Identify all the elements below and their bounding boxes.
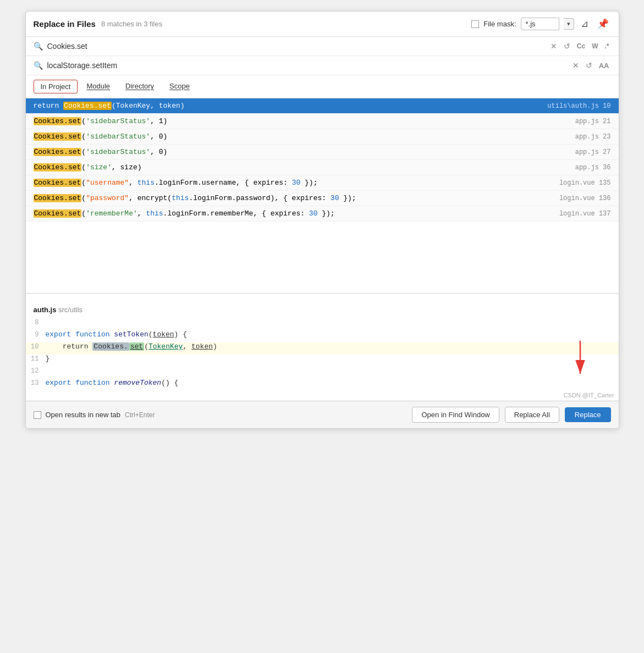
- preview-file-name: auth.js: [34, 306, 57, 314]
- line-number: 11: [26, 355, 46, 363]
- search-icon-1: 🔍: [34, 42, 43, 51]
- file-reference: login.vue 137: [559, 210, 611, 218]
- result-code: Cookies.set('sidebarStatus', 1): [34, 117, 564, 125]
- match-highlight: Cookies.set: [34, 117, 82, 125]
- table-row[interactable]: Cookies.set('sidebarStatus', 1) app.js 2…: [26, 114, 619, 129]
- shortcut-hint: Ctrl+Enter: [125, 411, 155, 419]
- line-content: export function setToken(token) {: [46, 330, 619, 339]
- clear-find-button[interactable]: ✕: [549, 41, 559, 52]
- table-row[interactable]: Cookies.set('rememberMe', this.loginForm…: [26, 206, 619, 222]
- line-number: 10: [26, 342, 46, 351]
- file-reference: login.vue 136: [559, 195, 611, 202]
- code-lines: 8 9 export function setToken(token) { 10…: [26, 318, 619, 391]
- match-count: 8 matches in 3 files: [101, 20, 466, 28]
- file-reference: app.js 36: [575, 164, 611, 171]
- file-reference: utils\auth.js 10: [547, 102, 610, 110]
- search-row-find: 🔍 ✕ ↺ Cc W .*: [26, 37, 619, 56]
- separator: [26, 293, 619, 294]
- match-highlight: Cookies.set: [34, 209, 82, 218]
- panel-title: Replace in Files: [34, 19, 96, 29]
- tab-directory[interactable]: Directory: [119, 80, 161, 93]
- replace-actions: ✕ ↺ AA: [571, 60, 611, 71]
- match-highlight: Cookies.set: [34, 148, 82, 156]
- match-highlight: Cookies.set: [34, 194, 82, 202]
- code-line: 13 export function removeToken() {: [26, 379, 619, 391]
- open-new-tab-checkbox[interactable]: [34, 411, 41, 419]
- search-icon-2: 🔍: [34, 61, 43, 70]
- line-number: 13: [26, 379, 46, 387]
- line-content: [46, 318, 619, 326]
- footer-left: Open results in new tab Ctrl+Enter: [34, 411, 407, 419]
- footer: Open results in new tab Ctrl+Enter Open …: [26, 401, 619, 428]
- open-new-tab-label: Open results in new tab: [46, 411, 121, 419]
- match-highlight: Cookies.set: [34, 163, 82, 171]
- table-row[interactable]: Cookies.set("password", encrypt(this.log…: [26, 191, 619, 206]
- table-row[interactable]: Cookies.set('sidebarStatus', 0) app.js 2…: [26, 129, 619, 145]
- tab-in-project[interactable]: In Project: [34, 80, 78, 93]
- result-code: Cookies.set("username", this.loginForm.u…: [34, 179, 548, 187]
- filter-icon[interactable]: ⊿: [579, 17, 591, 31]
- code-line: 8: [26, 318, 619, 330]
- table-row[interactable]: Cookies.set("username", this.loginForm.u…: [26, 175, 619, 191]
- match-case-button-2[interactable]: AA: [597, 60, 611, 71]
- table-row[interactable]: Cookies.set('sidebarStatus', 0) app.js 2…: [26, 145, 619, 160]
- match-case-button[interactable]: Cc: [575, 41, 587, 51]
- find-actions: ✕ ↺ Cc W .*: [549, 41, 611, 52]
- replace-history-button[interactable]: ↺: [584, 60, 594, 71]
- tab-module[interactable]: Module: [80, 80, 117, 93]
- result-code: Cookies.set('sidebarStatus', 0): [34, 148, 564, 156]
- pin-icon[interactable]: 📌: [595, 17, 611, 31]
- file-mask-input[interactable]: [521, 18, 559, 30]
- file-reference: app.js 21: [575, 118, 611, 125]
- match-highlight: Cookies.set: [34, 179, 82, 187]
- watermark: CSDN @IT_Carter: [26, 391, 619, 401]
- line-number: 8: [26, 318, 46, 326]
- preview-file-path: src/utils: [58, 306, 82, 314]
- find-input[interactable]: [47, 42, 544, 51]
- line-content: export function removeToken() {: [46, 379, 619, 387]
- line-content: return Cookies.set(TokenKey, token): [46, 342, 619, 351]
- result-code: Cookies.set("password", encrypt(this.log…: [34, 194, 548, 202]
- replace-in-files-panel: Replace in Files 8 matches in 3 files Fi…: [25, 11, 619, 429]
- file-reference: app.js 23: [575, 133, 611, 141]
- line-number: 9: [26, 330, 46, 339]
- result-code: Cookies.set('size', size): [34, 163, 564, 171]
- open-in-find-window-button[interactable]: Open in Find Window: [412, 407, 499, 423]
- table-row[interactable]: return Cookies.set(TokenKey, token) util…: [26, 98, 619, 114]
- result-code: Cookies.set('rememberMe', this.loginForm…: [34, 209, 548, 218]
- tab-scope[interactable]: Scope: [163, 80, 196, 93]
- match-highlight: Cookies.set: [34, 132, 82, 141]
- preview-header: auth.js src/utils: [26, 303, 619, 318]
- search-row-replace: 🔍 ✕ ↺ AA: [26, 56, 619, 75]
- regex-button[interactable]: .*: [603, 41, 610, 51]
- replace-input[interactable]: [47, 61, 566, 70]
- result-code: return Cookies.set(TokenKey, token): [34, 102, 537, 110]
- code-line-highlighted: 10 return Cookies.set(TokenKey, token): [26, 342, 619, 355]
- replace-button[interactable]: Replace: [565, 407, 611, 422]
- code-preview: auth.js src/utils 8 9 export function se…: [26, 299, 619, 391]
- whole-word-button[interactable]: W: [590, 41, 599, 51]
- replace-all-button[interactable]: Replace All: [505, 407, 559, 423]
- results-list: return Cookies.set(TokenKey, token) util…: [26, 98, 619, 222]
- match-highlight: Cookies.set: [63, 102, 112, 110]
- file-mask-checkbox[interactable]: [471, 20, 479, 28]
- empty-area: [26, 222, 619, 287]
- line-number: 12: [26, 367, 46, 375]
- code-line: 12: [26, 367, 619, 379]
- line-content: }: [46, 355, 619, 363]
- line-content: [46, 367, 619, 375]
- code-line: 11 }: [26, 355, 619, 367]
- header-right: File mask: ▾ ⊿ 📌: [471, 17, 610, 31]
- file-mask-dropdown[interactable]: ▾: [564, 18, 574, 30]
- result-code: Cookies.set('sidebarStatus', 0): [34, 132, 564, 141]
- header: Replace in Files 8 matches in 3 files Fi…: [26, 12, 619, 37]
- find-history-button[interactable]: ↺: [562, 41, 572, 52]
- scope-tabs: In Project Module Directory Scope: [26, 75, 619, 98]
- table-row[interactable]: Cookies.set('size', size) app.js 36: [26, 160, 619, 175]
- clear-replace-button[interactable]: ✕: [571, 60, 581, 71]
- file-reference: app.js 27: [575, 148, 611, 156]
- code-line: 9 export function setToken(token) {: [26, 330, 619, 342]
- file-reference: login.vue 135: [559, 179, 611, 187]
- file-mask-label: File mask:: [483, 20, 516, 28]
